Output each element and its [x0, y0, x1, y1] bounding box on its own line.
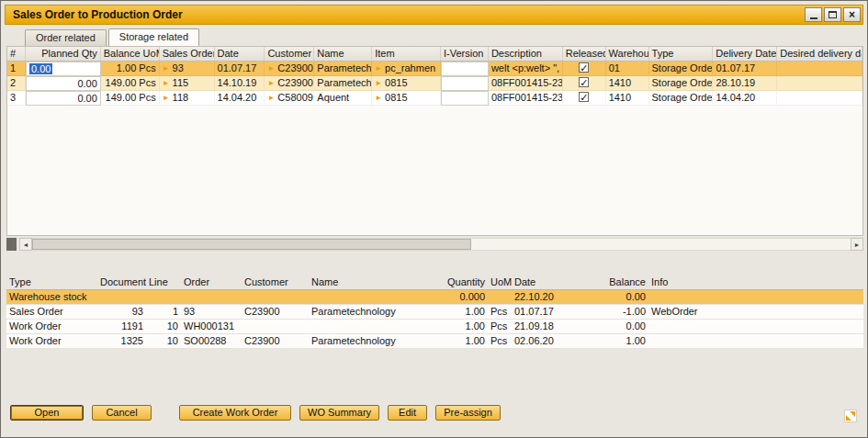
cell-description: welt <p:welt> ", c — [489, 62, 563, 76]
scrollbar-thumb[interactable] — [32, 239, 471, 250]
col-header-line: Line — [146, 275, 181, 289]
link-arrow-icon[interactable]: ► — [163, 64, 170, 73]
col-header-customer: Customer — [242, 275, 309, 289]
minimize-button[interactable] — [805, 7, 822, 22]
col-header-desired-delivery-date: Desired delivery da — [777, 47, 862, 61]
table-row[interactable]: 3 0.00 149.00 Pcs ►118 14.04.20 ►C58009 … — [7, 91, 862, 106]
link-arrow-icon[interactable]: ► — [375, 79, 382, 87]
cell-uom: Pcs — [488, 320, 512, 333]
cell-warehouse: 1410 — [606, 76, 649, 91]
cell-customer — [242, 290, 309, 304]
cell-quantity: 1.00 — [442, 334, 488, 348]
cell-document: 1191 — [97, 320, 146, 333]
edit-button[interactable]: Edit — [388, 405, 427, 421]
cell-order — [181, 290, 242, 304]
released-checkbox[interactable] — [579, 77, 589, 87]
cell-type: Storage Order — [649, 91, 714, 106]
cell-date: 01.07.17 — [215, 62, 265, 76]
window-controls: × — [805, 7, 861, 22]
link-arrow-icon[interactable]: ► — [267, 64, 275, 73]
cell-balance: 0.00 — [570, 320, 648, 333]
cell-delivery-date: 01.07.17 — [713, 62, 777, 76]
title-bar[interactable]: Sales Order to Production Order × — [5, 5, 863, 25]
table-row[interactable]: Warehouse stock 0.000 22.10.20 0.00 — [6, 290, 863, 305]
col-header-document: Document — [97, 275, 146, 289]
col-header-balance-uom: Balance UoM — [101, 47, 160, 61]
scrollbar-track[interactable] — [32, 238, 851, 251]
cell-order: SO00288 — [181, 334, 242, 348]
cell-quantity: 1.00 — [442, 320, 488, 333]
cell-balance-uom: 149.00 Pcs — [101, 91, 160, 106]
cell-filler — [777, 305, 863, 319]
tab-storage-related[interactable]: Storage related — [108, 28, 199, 46]
col-header-type: Type — [6, 275, 97, 289]
table-row[interactable]: Work Order 1325 10 SO00288 C23900 Parame… — [6, 334, 863, 349]
cell-item: ►pc_rahmen — [372, 62, 441, 76]
link-arrow-icon[interactable]: ► — [375, 64, 382, 73]
create-work-order-button[interactable]: Create Work Order — [179, 405, 291, 421]
cell-description: 08FF001415-234 — [489, 91, 563, 106]
maximize-icon — [829, 11, 837, 18]
cell-name: Parametechnology — [309, 305, 442, 319]
table-row[interactable]: 1 0.00 1.00 Pcs ►93 01.07.17 ►C23900 Par… — [7, 62, 862, 76]
cell-description: 08FF001415-234 — [489, 76, 563, 91]
wo-summary-button[interactable]: WO Summary — [299, 405, 379, 421]
col-header-i-version: I-Version — [441, 47, 489, 61]
link-arrow-icon[interactable]: ► — [267, 94, 275, 102]
cell-date: 01.07.17 — [512, 305, 570, 319]
cell-released — [563, 91, 606, 106]
expand-form-icon[interactable] — [844, 410, 857, 422]
cell-name: Parametechn — [314, 76, 372, 91]
link-arrow-icon[interactable]: ► — [375, 94, 382, 102]
tab-order-related[interactable]: Order related — [25, 29, 107, 46]
link-arrow-icon[interactable]: ► — [163, 79, 170, 87]
cell-customer — [242, 320, 309, 333]
cell-name: Parametechn — [314, 62, 372, 76]
cell-document — [97, 290, 146, 304]
cell-quantity: 1.00 — [442, 305, 488, 319]
cell-sales-order: ►93 — [160, 62, 215, 76]
cell-order: WH000131 — [181, 320, 242, 333]
col-header-name: Name — [309, 275, 442, 289]
table-row[interactable]: 2 0.00 149.00 Pcs ►115 14.10.19 ►C23900 … — [7, 76, 862, 91]
released-checkbox[interactable] — [579, 62, 589, 73]
cell-planned-qty[interactable]: 0.00 — [26, 62, 101, 76]
cell-item: ►0815 — [372, 76, 441, 91]
close-button[interactable]: × — [843, 7, 861, 22]
minimize-icon — [810, 17, 817, 19]
scroll-left-button[interactable]: ◄ — [19, 238, 32, 251]
cell-document: 93 — [97, 305, 146, 319]
open-button[interactable]: Open — [10, 405, 84, 421]
app-window: Sales Order to Production Order × Order … — [0, 0, 868, 438]
cell-desired-delivery — [777, 91, 862, 106]
released-checkbox[interactable] — [579, 92, 589, 102]
scroll-right-button[interactable]: ► — [851, 238, 863, 251]
cell-warehouse: 1410 — [606, 91, 649, 106]
cell-i-version[interactable] — [441, 91, 489, 106]
cell-balance-uom: 149.00 Pcs — [101, 76, 160, 91]
cell-uom: Pcs — [488, 334, 512, 348]
cell-i-version[interactable] — [441, 76, 489, 91]
cell-info — [648, 290, 777, 304]
col-header-date: Date — [512, 275, 570, 289]
maximize-button[interactable] — [824, 7, 841, 22]
cell-date: 21.09.18 — [512, 320, 570, 333]
col-header-filler — [777, 275, 863, 289]
cell-planned-qty[interactable]: 0.00 — [26, 91, 101, 106]
col-header-released: Released — [563, 47, 606, 61]
splitter-handle[interactable] — [6, 238, 17, 251]
cell-desired-delivery — [777, 76, 862, 91]
horizontal-scrollbar: ◄ ► — [6, 238, 863, 251]
cell-i-version[interactable] — [441, 62, 489, 76]
cell-customer: ►C23900 — [265, 62, 314, 76]
cancel-button[interactable]: Cancel — [92, 405, 152, 421]
link-arrow-icon[interactable]: ► — [163, 94, 170, 102]
link-arrow-icon[interactable]: ► — [267, 79, 275, 87]
window-title: Sales Order to Production Order — [13, 8, 183, 21]
expand-triangle-icon — [846, 415, 851, 421]
table-row[interactable]: Work Order 1191 10 WH000131 1.00 Pcs 21.… — [6, 320, 863, 334]
pre-assign-button[interactable]: Pre-assign — [435, 405, 501, 421]
cell-line: 1 — [146, 305, 181, 319]
table-row[interactable]: Sales Order 93 1 93 C23900 Parametechnol… — [6, 305, 863, 320]
cell-planned-qty[interactable]: 0.00 — [26, 76, 101, 91]
